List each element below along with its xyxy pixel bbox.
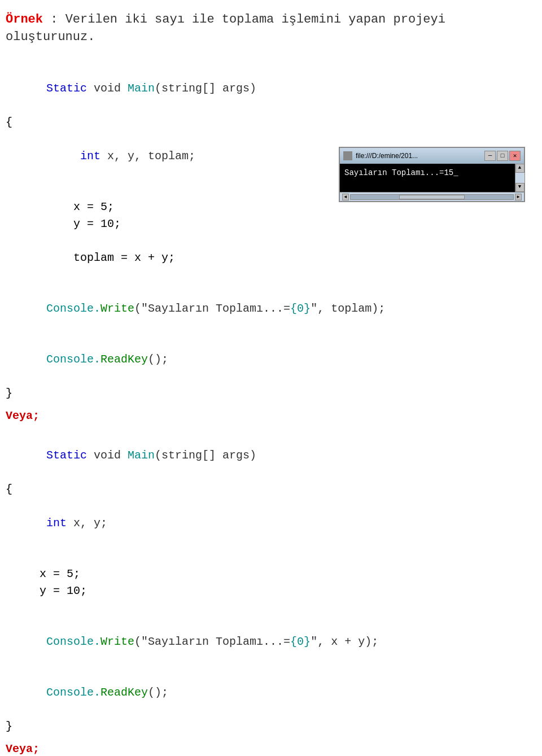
void-text-1: void [87, 82, 128, 95]
intro-keyword: Örnek [6, 12, 43, 27]
write-paren-2: ("Sayıların Toplamı [134, 635, 263, 648]
section1-y: y = 10; [6, 216, 536, 233]
veya-1: Veya; [6, 408, 536, 425]
int-keyword-2: int [46, 517, 67, 530]
console-controls: ─ □ ✕ [484, 151, 521, 161]
section2-brace-close: } [6, 718, 536, 735]
statusbar-left[interactable]: ◄ [342, 194, 349, 200]
page-content: Örnek : Verilen iki sayı ile toplama işl… [6, 11, 536, 756]
statusbar-scroll: ◄ ► [342, 194, 522, 200]
console-cyan-1: Console. [46, 302, 100, 315]
scrollbar-down[interactable]: ▼ [515, 183, 524, 192]
write-dots-1: ...= [263, 302, 290, 315]
write-paren-1: ("Sayıların Toplamı [134, 302, 263, 315]
readkey-method-1: ReadKey [100, 353, 148, 366]
void-text-2: void [87, 449, 128, 462]
console-title-area: file:///D:/emine/201... [343, 151, 418, 161]
int-keyword-1: int [80, 150, 100, 163]
section1-line1: Static void Main(string[] args) [6, 63, 536, 114]
readkey-args-2: (); [148, 686, 168, 699]
console-body: Sayıların Toplamı...=15_ [340, 164, 515, 192]
section2: Static void Main(string[] args) { int x,… [6, 430, 536, 756]
section1-console-write: Console.Write("Sayıların Toplamı...={0}"… [6, 283, 536, 334]
veya-2: Veya; [6, 741, 536, 756]
args-text-2: (string[] args) [155, 449, 256, 462]
section1: Static void Main(string[] args) { int x,… [6, 63, 536, 425]
console-title-text: file:///D:/emine/201... [356, 151, 418, 161]
console-main-area: Sayıların Toplamı...=15_ [340, 164, 515, 192]
scrollbar-up[interactable]: ▲ [515, 164, 524, 173]
statusbar-track [350, 194, 514, 200]
args-text-1: (string[] args) [155, 82, 256, 95]
console-statusbar: ◄ ► [340, 192, 524, 201]
statusbar-thumb [399, 195, 464, 199]
section2-int-line: int x, y; [6, 498, 536, 549]
write-end-1: ", toplam); [311, 302, 385, 315]
intro-separator: : [50, 12, 65, 27]
vars-1: x, y, toplam; [100, 150, 195, 163]
statusbar-right[interactable]: ► [515, 194, 522, 200]
console-scrollbar-area: Sayıların Toplamı...=15_ ▲ ▼ [340, 164, 524, 192]
section2-x: x = 5; [6, 566, 536, 583]
section2-console-readkey: Console.ReadKey(); [6, 667, 536, 718]
console-title-icon [343, 151, 352, 160]
console-titlebar: file:///D:/emine/201... ─ □ ✕ [340, 148, 524, 164]
readkey-method-2: ReadKey [100, 686, 148, 699]
console-window: file:///D:/emine/201... ─ □ ✕ Sayıların … [339, 147, 525, 202]
maximize-button[interactable]: □ [497, 151, 508, 161]
section1-brace-close: } [6, 385, 536, 402]
write-format-2: {0} [290, 635, 311, 648]
console-output: Sayıların Toplamı...=15_ [344, 168, 458, 177]
static-keyword-2: Static [46, 449, 87, 462]
console-cyan-rk1: Console. [46, 353, 100, 366]
section1-brace-open: { [6, 114, 536, 131]
section2-y: y = 10; [6, 583, 536, 600]
vars-2: x, y; [67, 517, 107, 530]
main-method-1: Main [128, 82, 155, 95]
console-cyan-2: Console. [46, 635, 100, 648]
static-keyword-1: Static [46, 82, 87, 95]
section1-console-readkey: Console.ReadKey(); [6, 334, 536, 385]
close-button[interactable]: ✕ [509, 151, 521, 161]
section1-toplam: toplam = x + y; [6, 250, 536, 266]
minimize-button[interactable]: ─ [484, 151, 496, 161]
section2-brace-open: { [6, 481, 536, 498]
write-end-2: ", x + y); [311, 635, 378, 648]
readkey-args-1: (); [148, 353, 168, 366]
scrollbar-track [515, 173, 524, 183]
write-dots-2: ...= [263, 635, 290, 648]
intro-text: Verilen iki sayı ile toplama işlemini ya… [6, 12, 445, 44]
console-scrollbar[interactable]: ▲ ▼ [515, 164, 524, 192]
section2-console-write: Console.Write("Sayıların Toplamı...={0}"… [6, 617, 536, 667]
write-method-2: Write [100, 635, 134, 648]
main-method-2: Main [128, 449, 155, 462]
intro-line: Örnek : Verilen iki sayı ile toplama işl… [6, 11, 536, 46]
console-cyan-rk2: Console. [46, 686, 100, 699]
section2-line1: Static void Main(string[] args) [6, 430, 536, 481]
write-method-1: Write [100, 302, 134, 315]
write-format-1: {0} [290, 302, 311, 315]
